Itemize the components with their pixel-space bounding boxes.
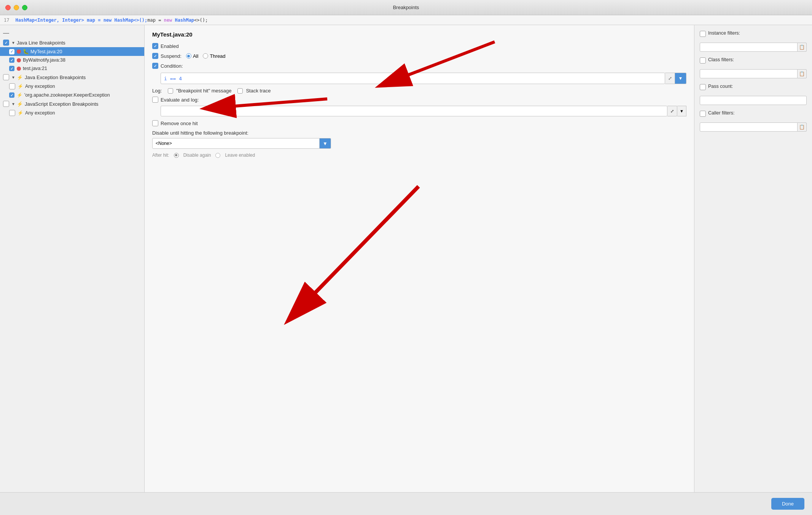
item-checkbox-any-exception[interactable] — [9, 83, 15, 89]
item-checkbox-org-apache[interactable] — [9, 92, 14, 98]
breakpoint-dot-bywaitnotify — [17, 58, 21, 62]
lightning-icon-any-exception: ⚡ — [18, 84, 23, 89]
section-checkbox-java-line[interactable] — [3, 40, 9, 46]
caller-filters-label: Caller filters: — [708, 110, 734, 116]
sidebar-item-test-java[interactable]: test.java:21 — [0, 64, 144, 73]
enabled-checkbox[interactable] — [152, 43, 158, 49]
instance-filters-checkbox[interactable] — [700, 31, 706, 37]
condition-checkbox[interactable] — [152, 63, 158, 69]
traffic-lights — [5, 5, 27, 10]
suspend-checkbox[interactable] — [152, 53, 158, 59]
sidebar-item-bywaitnotify[interactable]: ByWaitnotify.java:38 — [0, 56, 144, 64]
section-label-java-exception: Java Exception Breakpoints — [25, 75, 86, 80]
sidebar-section-js-exception[interactable]: ▼ ⚡ JavaScript Exception Breakpoints — [0, 99, 144, 108]
after-hit-option-disable: Disable again — [183, 153, 211, 158]
condition-input-row: ⤢ ▼ — [161, 73, 686, 84]
condition-row: Condition: — [152, 63, 686, 69]
sidebar-item-mytest-java-20[interactable]: 🐛 MyTest.java:20 — [0, 47, 144, 56]
pass-count-checkbox[interactable] — [700, 84, 706, 90]
item-checkbox-bywaitnotify[interactable] — [9, 57, 14, 63]
pass-count-input[interactable] — [700, 96, 807, 105]
disable-section: Disable until hitting the following brea… — [152, 130, 686, 149]
caller-filters-input[interactable] — [700, 122, 798, 132]
sidebar: — ▼ Java Line Breakpoints 🐛 MyTest.java:… — [0, 25, 145, 492]
condition-label: Condition: — [161, 63, 183, 69]
log-checkbox-stacktrace[interactable] — [237, 88, 243, 94]
radio-thread-btn[interactable] — [203, 53, 208, 59]
instance-filters-label: Instance filters: — [708, 30, 740, 36]
minimize-button[interactable] — [14, 5, 19, 10]
evaluate-dropdown-btn[interactable]: ▼ — [677, 106, 686, 116]
section-checkbox-js-exception[interactable] — [3, 101, 9, 107]
close-button[interactable] — [5, 5, 11, 10]
condition-input[interactable] — [161, 73, 665, 84]
sidebar-item-any-exception[interactable]: ⚡ Any exception — [0, 82, 144, 91]
maximize-button[interactable] — [22, 5, 27, 10]
after-hit-option-leave: Leave enabled — [225, 153, 255, 158]
caller-filters-input-row: 📋 — [700, 122, 807, 132]
radio-all-label: All — [193, 53, 198, 59]
suspend-label: Suspend: — [161, 53, 182, 59]
after-hit-radio-disable[interactable] — [174, 153, 179, 158]
item-checkbox-test[interactable] — [9, 66, 14, 71]
instance-filters-input-row: 📋 — [700, 43, 807, 52]
after-hit-radio-leave[interactable] — [215, 153, 220, 158]
top-code-linenum: 17 — [4, 17, 9, 23]
lightning-icon-any-exception-js: ⚡ — [18, 110, 23, 116]
lightning-icon-js-section: ⚡ — [17, 101, 23, 107]
condition-dropdown-btn[interactable]: ▼ — [675, 73, 686, 84]
lightning-icon-exception-section: ⚡ — [17, 75, 23, 80]
after-hit-label: After hit: — [152, 153, 169, 158]
right-panel: Instance filters: 📋 Class filters: 📋 Pas… — [694, 25, 812, 492]
remove-checkbox[interactable] — [152, 120, 158, 126]
evaluate-checkbox[interactable] — [152, 97, 158, 103]
condition-expand-btn[interactable]: ⤢ — [665, 73, 675, 84]
suspend-radio-thread[interactable]: Thread — [203, 53, 225, 59]
breakpoint-dot-red — [17, 49, 21, 54]
titlebar: Breakpoints — [0, 0, 812, 15]
radio-thread-label: Thread — [210, 53, 225, 59]
breakpoint-dot-test — [17, 67, 21, 71]
instance-filters-btn[interactable]: 📋 — [798, 43, 807, 52]
detail-panel: MyTest.java:20 Enabled Suspend: All Thre… — [145, 25, 694, 492]
suspend-radio-all[interactable]: All — [186, 53, 198, 59]
item-checkbox-any-exception-js[interactable] — [9, 110, 15, 116]
item-label-bywaitnotify: ByWaitnotify.java:38 — [23, 57, 65, 63]
item-label-any-exception-js: Any exception — [25, 110, 55, 116]
class-filters-btn[interactable]: 📋 — [798, 69, 807, 78]
caller-filters-btn[interactable]: 📋 — [798, 122, 807, 132]
done-button[interactable]: Done — [771, 498, 804, 510]
sidebar-item-any-exception-js[interactable]: ⚡ Any exception — [0, 108, 144, 118]
pass-count-row: Pass count: — [700, 84, 807, 91]
suspend-row: Suspend: All Thread — [152, 53, 686, 59]
disable-dropdown-btn[interactable]: ▼ — [320, 138, 331, 149]
evaluate-input[interactable] — [161, 106, 667, 116]
radio-all-btn[interactable] — [186, 53, 191, 59]
class-filters-label: Class filters: — [708, 57, 734, 62]
class-filters-checkbox[interactable] — [700, 57, 706, 64]
enabled-label: Enabled — [161, 43, 179, 49]
suspend-radio-group: All Thread — [186, 53, 226, 59]
class-filters-row: Class filters: — [700, 57, 807, 64]
sidebar-section-java-exception[interactable]: ▼ ⚡ Java Exception Breakpoints — [0, 73, 144, 82]
top-code-assign: map = new HashMap<>(); — [147, 17, 208, 23]
item-checkbox-mytest[interactable] — [9, 49, 14, 54]
sidebar-section-java-line[interactable]: ▼ Java Line Breakpoints — [0, 38, 144, 47]
disable-select[interactable]: <None> — [152, 138, 320, 149]
section-expand-js-arrow: ▼ — [11, 102, 15, 106]
log-checkbox-bphit[interactable] — [168, 88, 173, 94]
item-label-org-apache: 'org.apache.zookeeper.KeeperException — [24, 92, 110, 98]
disable-dropdown: <None> ▼ — [152, 138, 686, 149]
instance-filters-input[interactable] — [700, 43, 798, 52]
section-label-js-exception: JavaScript Exception Breakpoints — [25, 101, 99, 107]
section-label-java-line: Java Line Breakpoints — [17, 40, 65, 46]
sidebar-minus-btn[interactable]: — — [0, 28, 144, 38]
evaluate-expand-btn[interactable]: ⤢ — [667, 106, 677, 116]
log-option-bphit: "Breakpoint hit" message — [176, 88, 231, 94]
main-container: — ▼ Java Line Breakpoints 🐛 MyTest.java:… — [0, 25, 812, 492]
enabled-row: Enabled — [152, 43, 686, 49]
caller-filters-checkbox[interactable] — [700, 111, 706, 117]
class-filters-input[interactable] — [700, 69, 798, 78]
sidebar-item-org-apache[interactable]: ⚡ 'org.apache.zookeeper.KeeperException — [0, 91, 144, 99]
section-checkbox-java-exception[interactable] — [3, 74, 9, 80]
